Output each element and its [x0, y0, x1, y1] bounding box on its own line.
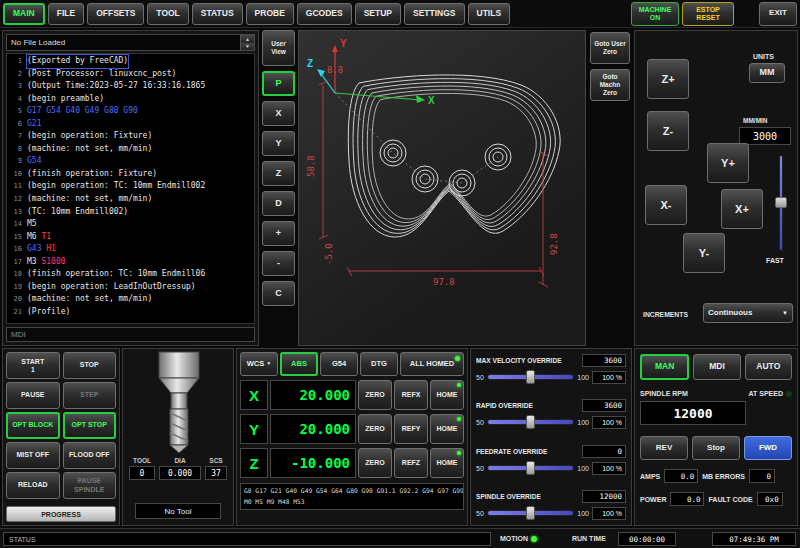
- jog-z-plus-button[interactable]: Z+: [647, 59, 689, 99]
- goto-machine-zero-button[interactable]: Goto Machn Zero: [590, 69, 630, 101]
- dim-left: 58.8: [306, 155, 316, 177]
- exit-button[interactable]: EXIT: [759, 2, 797, 26]
- zero-axis-button[interactable]: ZERO: [358, 448, 392, 478]
- man-mode-button[interactable]: MAN: [640, 354, 689, 380]
- view-button[interactable]: D: [262, 191, 295, 216]
- view-button[interactable]: +: [262, 221, 295, 246]
- spin-down-icon[interactable]: ▼: [240, 43, 254, 51]
- gcode-line: 12 (machine: not set, mm/min): [7, 193, 254, 206]
- jog-speed-slider[interactable]: [775, 155, 787, 251]
- tool-scs-value: 37: [205, 466, 227, 480]
- machine-on-button[interactable]: MACHINE ON: [631, 2, 679, 26]
- view-button[interactable]: C: [262, 281, 295, 306]
- home-axis-button[interactable]: HOME: [430, 380, 464, 410]
- gcode-line-number: 5: [7, 105, 22, 118]
- zero-axis-button[interactable]: ZERO: [358, 380, 392, 410]
- menu-item[interactable]: SETUP: [355, 3, 401, 25]
- dtg-button[interactable]: DTG: [360, 352, 398, 376]
- menu-item[interactable]: PROBE: [246, 3, 294, 25]
- gcode-line-text: M6 T1: [27, 231, 51, 244]
- step-button[interactable]: STEP: [63, 382, 117, 409]
- pause-spindle-button[interactable]: PAUSE SPINDLE: [63, 472, 117, 499]
- override-slider-handle[interactable]: [526, 461, 535, 475]
- auto-mode-button[interactable]: AUTO: [745, 354, 792, 380]
- override-slider-handle[interactable]: [526, 415, 535, 429]
- start-button[interactable]: START 1: [6, 352, 60, 379]
- abs-button[interactable]: ABS: [280, 352, 318, 376]
- file-combo[interactable]: No File Loaded ▲ ▼: [6, 34, 255, 51]
- gcode-line-number: 10: [7, 168, 22, 181]
- spin-up-icon[interactable]: ▲: [240, 35, 254, 43]
- menu-item[interactable]: MAIN: [3, 3, 45, 25]
- view-button[interactable]: P: [262, 71, 295, 96]
- flood-button[interactable]: FLOOD OFF: [63, 442, 117, 469]
- spindle-rev-button[interactable]: REV: [640, 436, 688, 460]
- ref-axis-button[interactable]: REFX: [394, 380, 428, 410]
- goto-user-zero-button[interactable]: Goto User Zero: [590, 32, 630, 64]
- view-button[interactable]: -: [262, 251, 295, 276]
- menu-item[interactable]: UTILS: [468, 3, 511, 25]
- override-value: 12000: [582, 490, 626, 503]
- gcode-view[interactable]: 1 (Exported by FreeCAD) 2 (Post Processo…: [6, 53, 255, 324]
- menu-item[interactable]: FILE: [48, 3, 84, 25]
- file-combo-value: No File Loaded: [11, 38, 65, 47]
- jog-z-minus-button[interactable]: Z-: [647, 111, 689, 151]
- ref-axis-button[interactable]: REFY: [394, 414, 428, 444]
- axis-letter: Z: [240, 448, 268, 478]
- menu-item[interactable]: TOOL: [147, 3, 188, 25]
- spindle-stop-button[interactable]: Stop: [692, 436, 740, 460]
- tool-name-display: No Tool: [135, 503, 221, 519]
- gcode-line-number: 14: [7, 218, 22, 231]
- amps-row: AMPS 0.0 MB ERRORS 0: [640, 469, 792, 483]
- jog-x-plus-button[interactable]: X+: [721, 189, 763, 229]
- view-button[interactable]: X: [262, 101, 295, 126]
- view-button[interactable]: User View: [262, 30, 295, 66]
- spindle-fwd-button[interactable]: FWD: [744, 436, 792, 460]
- stop-button[interactable]: STOP: [63, 352, 117, 379]
- mdi-mode-button[interactable]: MDI: [693, 354, 740, 380]
- pause-button[interactable]: PAUSE: [6, 382, 60, 409]
- gcode-preview[interactable]: Y Z X 8.8 58.8 -5.0 97.8 92.8: [298, 30, 586, 346]
- chevron-down-icon: ▼: [266, 361, 271, 367]
- opt-stop-button[interactable]: OPT STOP: [63, 412, 117, 439]
- gcode-segment: M3: [27, 257, 41, 266]
- mist-button[interactable]: MIST OFF: [6, 442, 60, 469]
- menu-item[interactable]: SETTINGS: [404, 3, 465, 25]
- menu-item[interactable]: STATUS: [192, 3, 243, 25]
- motion-label: MOTION: [500, 535, 528, 542]
- view-button[interactable]: Y: [262, 131, 295, 156]
- all-homed-button[interactable]: ALL HOMED: [400, 352, 464, 376]
- g54-button[interactable]: G54: [320, 352, 358, 376]
- opt-block-button[interactable]: OPT BLOCK: [6, 412, 60, 439]
- units-button[interactable]: MM: [749, 63, 785, 83]
- increment-select[interactable]: Continuous ▼: [703, 303, 793, 323]
- jog-x-minus-button[interactable]: X-: [645, 185, 687, 225]
- estop-reset-button[interactable]: ESTOP RESET: [682, 2, 734, 26]
- zero-axis-button[interactable]: ZERO: [358, 414, 392, 444]
- override-slider[interactable]: [487, 509, 575, 518]
- override-slider-handle[interactable]: [526, 506, 535, 520]
- mdi-input[interactable]: MDI: [6, 327, 255, 342]
- jog-slider-handle[interactable]: [775, 197, 787, 208]
- home-axis-button[interactable]: HOME: [430, 448, 464, 478]
- override-slider[interactable]: [487, 464, 575, 473]
- gcode-line: 15 M6 T1: [7, 231, 254, 244]
- ref-axis-button[interactable]: REFZ: [394, 448, 428, 478]
- gcode-line: 10 (finish operation: Fixture): [7, 168, 254, 181]
- file-combo-arrows[interactable]: ▲ ▼: [240, 35, 254, 50]
- menu-item[interactable]: OFFSETS: [87, 3, 144, 25]
- tool-fields: TOOL 0 DIA 0.000 SCS 37: [127, 457, 229, 480]
- override-slider[interactable]: [487, 418, 575, 427]
- gcode-line-text: (machine: not set, mm/min): [27, 143, 152, 156]
- reload-button[interactable]: RELOAD: [6, 472, 60, 499]
- jog-y-minus-button[interactable]: Y-: [683, 233, 725, 273]
- jog-y-plus-button[interactable]: Y+: [707, 143, 749, 183]
- menu-item[interactable]: GCODES: [297, 3, 352, 25]
- active-gcodes: G8 G17 G21 G40 G49 G54 G64 G80 G90 G91.1…: [244, 486, 460, 497]
- view-button[interactable]: Z: [262, 161, 295, 186]
- home-axis-button[interactable]: HOME: [430, 414, 464, 444]
- override-slider-handle[interactable]: [526, 370, 535, 384]
- override-slider[interactable]: [487, 373, 575, 382]
- wcs-button[interactable]: WCS ▼: [240, 352, 278, 376]
- gcode-line: 21 (Profile): [7, 306, 254, 319]
